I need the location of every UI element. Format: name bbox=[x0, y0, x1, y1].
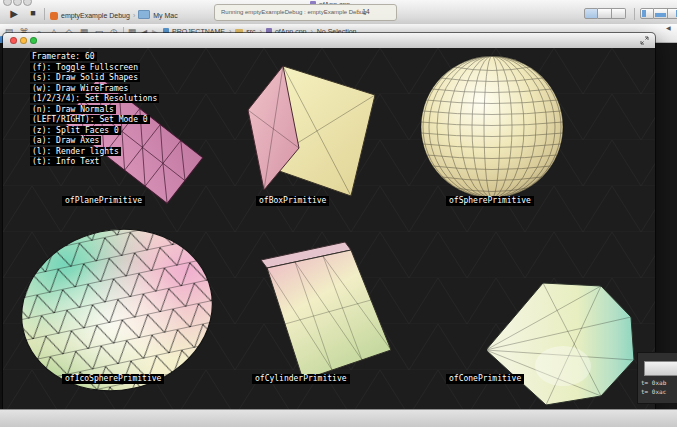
destination-name: My Mac bbox=[153, 12, 178, 19]
debugger-datatip: t= 0xab t= 0xac bbox=[637, 352, 677, 404]
xcode-toolbar: ofApp.cpp ▶ ■ emptyExample Debug›My Mac … bbox=[0, 0, 677, 25]
sphere-label: ofSpherePrimitive bbox=[446, 196, 534, 206]
sphere-primitive bbox=[421, 56, 563, 198]
window-close-button[interactable] bbox=[3, 0, 12, 6]
plane-label: ofPlanePrimitive bbox=[62, 196, 145, 206]
issues-indicator[interactable]: ⚠14 bbox=[355, 8, 370, 16]
play-icon: ▶ bbox=[10, 8, 18, 19]
gl-titlebar[interactable] bbox=[3, 33, 655, 49]
cylinder-label: ofCylinderPrimitive bbox=[252, 374, 350, 384]
gl-canvas[interactable]: Framerate: 60 (f): Toggle Fullscreen (s)… bbox=[3, 48, 655, 409]
toolbar-separator2 bbox=[634, 8, 635, 20]
opengl-app-window: Framerate: 60 (f): Toggle Fullscreen (s)… bbox=[3, 33, 655, 409]
toolbar-separator bbox=[44, 8, 45, 20]
assistant-editor-button[interactable] bbox=[598, 8, 612, 19]
window-minimize-button[interactable] bbox=[13, 0, 22, 6]
warning-icon: ⚠ bbox=[355, 8, 361, 15]
datatip-row: t= 0xab bbox=[641, 379, 666, 386]
scheme-selector[interactable]: emptyExample Debug›My Mac bbox=[50, 10, 178, 22]
icosphere-label: ofIcoSpherePrimitive bbox=[62, 374, 164, 384]
standard-editor-button[interactable] bbox=[584, 8, 598, 19]
gl-close-button[interactable] bbox=[10, 37, 17, 44]
debug-area-bar: Auto ▾ All Output ▾ bbox=[0, 409, 677, 427]
editor-mode-buttons bbox=[584, 8, 626, 19]
datatip-row: t= 0xac bbox=[641, 388, 666, 395]
activity-status-text: Running emptyExampleDebug : emptyExample… bbox=[221, 9, 366, 15]
version-editor-button[interactable] bbox=[612, 8, 626, 19]
datatip-field[interactable] bbox=[644, 361, 677, 376]
mac-icon bbox=[138, 10, 150, 19]
box-label: ofBoxPrimitive bbox=[256, 196, 329, 206]
fullscreen-icon[interactable] bbox=[640, 36, 649, 45]
activity-view[interactable]: Running emptyExampleDebug : emptyExample… bbox=[214, 4, 397, 21]
screen: ofApp.cpp ▶ ■ emptyExample Debug›My Mac … bbox=[0, 0, 677, 427]
info-text: Framerate: 60 (f): Toggle Fullscreen (s)… bbox=[30, 52, 159, 168]
stop-icon: ■ bbox=[30, 8, 35, 18]
chevron-icon: › bbox=[133, 12, 135, 19]
run-button[interactable]: ▶ bbox=[7, 8, 21, 21]
scheme-name: emptyExample Debug bbox=[61, 12, 130, 19]
utilities-toggle-button[interactable] bbox=[668, 8, 677, 19]
stop-button[interactable]: ■ bbox=[26, 8, 40, 21]
debug-area-toggle-button[interactable] bbox=[654, 8, 668, 19]
gl-minimize-button[interactable] bbox=[20, 37, 27, 44]
window-zoom-button[interactable] bbox=[23, 0, 32, 6]
back-arrow-icon[interactable]: ◀ bbox=[666, 24, 671, 31]
gl-zoom-button[interactable] bbox=[30, 37, 37, 44]
warning-count: 14 bbox=[362, 8, 369, 15]
cone-label: ofConePrimitive bbox=[446, 374, 524, 384]
navigator-toggle-button[interactable] bbox=[640, 8, 654, 19]
view-buttons bbox=[640, 8, 677, 19]
scheme-icon bbox=[50, 12, 58, 20]
